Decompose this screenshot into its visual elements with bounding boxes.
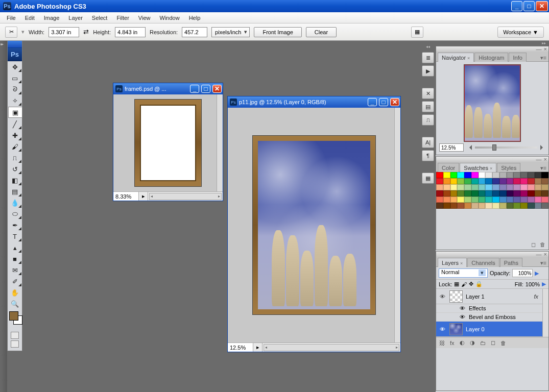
swatch[interactable]	[443, 184, 450, 190]
zoom-in-icon[interactable]	[540, 145, 545, 150]
swatch[interactable]	[535, 184, 542, 190]
delete-swatch-icon[interactable]: 🗑	[540, 241, 545, 248]
swatch[interactable]	[450, 178, 458, 184]
doc2-titlebar[interactable]: Ps p11.jpg @ 12.5% (Layer 0, RGB/8) _ □ …	[228, 96, 400, 108]
swatch[interactable]	[457, 172, 464, 178]
swatch[interactable]	[499, 190, 507, 197]
front-image-button[interactable]: Front Image	[254, 27, 301, 37]
swatch[interactable]	[457, 178, 464, 184]
swatch[interactable]	[535, 203, 542, 209]
swatch[interactable]	[535, 178, 542, 184]
swap-dims-icon[interactable]: ⇄	[83, 28, 89, 36]
swatch[interactable]	[528, 197, 535, 203]
swatch[interactable]	[492, 172, 499, 178]
swatch[interactable]	[485, 203, 492, 209]
doc1-canvas[interactable]	[113, 94, 223, 191]
swatch[interactable]	[479, 197, 486, 203]
tab-layers[interactable]: Layers×	[438, 258, 467, 267]
swatch[interactable]	[541, 184, 548, 190]
swatch[interactable]	[507, 172, 514, 178]
swatch[interactable]	[457, 203, 464, 209]
doc1-info-icon[interactable]: ▸	[139, 192, 148, 201]
swatch[interactable]	[464, 197, 471, 203]
swatch[interactable]	[443, 203, 450, 209]
swatch[interactable]	[513, 178, 520, 184]
swatch[interactable]	[499, 197, 507, 203]
layer-style-icon[interactable]: fx	[450, 340, 455, 346]
doc1-zoom[interactable]: 8.33%	[113, 192, 139, 201]
dock-actions-icon[interactable]: ▶	[422, 65, 434, 77]
swatch[interactable]	[507, 190, 514, 197]
lock-position-icon[interactable]: ✥	[469, 281, 473, 287]
swatch[interactable]	[436, 203, 443, 209]
document-window-p11[interactable]: Ps p11.jpg @ 12.5% (Layer 0, RGB/8) _ □ …	[227, 96, 401, 352]
bevel-emboss-row[interactable]: 👁Bevel and Emboss	[436, 313, 548, 322]
swatch[interactable]	[492, 203, 499, 209]
resolution-unit-select[interactable]: pixels/inch	[211, 27, 250, 37]
doc2-close[interactable]: ✕	[390, 98, 399, 106]
swatch[interactable]	[443, 178, 450, 184]
new-layer-icon[interactable]: ◻	[491, 339, 495, 346]
swatch[interactable]	[436, 178, 443, 184]
swatch[interactable]	[485, 190, 492, 197]
swatch[interactable]	[471, 178, 479, 184]
panel-close-icon[interactable]: ×	[544, 46, 547, 52]
menu-image[interactable]: Image	[39, 13, 64, 22]
visibility-icon[interactable]: 👁	[438, 293, 446, 300]
swatch[interactable]	[528, 184, 535, 190]
swatch[interactable]	[485, 178, 492, 184]
doc2-canvas[interactable]	[228, 108, 400, 342]
layer-thumbnail[interactable]	[449, 323, 463, 335]
doc2-maximize[interactable]: □	[379, 98, 388, 106]
swatch[interactable]	[541, 190, 548, 197]
swatch[interactable]	[520, 178, 528, 184]
swatch[interactable]	[479, 190, 486, 197]
blend-mode-select[interactable]: Normal	[439, 268, 488, 278]
swatch[interactable]	[499, 172, 507, 178]
swatch[interactable]	[499, 184, 507, 190]
dock-paragraph-icon[interactable]: ¶	[422, 150, 434, 161]
swatch[interactable]	[471, 203, 479, 209]
doc2-hscroll[interactable]	[264, 344, 399, 351]
navigator-preview[interactable]	[464, 65, 520, 141]
swatch[interactable]	[479, 184, 486, 190]
tab-swatches[interactable]: Swatches×	[460, 163, 496, 172]
crop-tool-icon[interactable]: ✂	[5, 27, 17, 38]
doc1-minimize[interactable]: _	[190, 85, 199, 93]
swatch[interactable]	[507, 197, 514, 203]
layer-name[interactable]: Layer 0	[466, 326, 485, 332]
swatch[interactable]	[513, 203, 520, 209]
doc1-titlebar[interactable]: Ps frame6.psd @ ... _ □ ✕	[113, 83, 223, 94]
width-input[interactable]: 3.307 in	[49, 27, 79, 37]
swatch[interactable]	[464, 172, 471, 178]
swatch[interactable]	[535, 197, 542, 203]
layer-mask-icon[interactable]: ◐	[460, 339, 465, 346]
swatch[interactable]	[492, 178, 499, 184]
tab-info[interactable]: Info	[509, 53, 526, 62]
swatch[interactable]	[479, 178, 486, 184]
panel-collapse-icon[interactable]: ▸▸	[436, 41, 549, 46]
dock-tool-presets-icon[interactable]: ✕	[422, 88, 434, 99]
swatch[interactable]	[507, 203, 514, 209]
swatch[interactable]	[499, 203, 507, 209]
panel-menu-icon[interactable]: ▾≡	[540, 260, 546, 266]
swatch[interactable]	[450, 190, 458, 197]
clear-button[interactable]: Clear	[306, 27, 337, 37]
new-swatch-icon[interactable]: ◻	[531, 241, 536, 248]
swatch[interactable]	[471, 184, 479, 190]
panel-close-icon[interactable]: ×	[544, 156, 547, 162]
menu-help[interactable]: Help	[184, 13, 205, 22]
minimize-button[interactable]: _	[511, 1, 522, 11]
swatch[interactable]	[471, 190, 479, 197]
swatch[interactable]	[457, 184, 464, 190]
swatch[interactable]	[479, 203, 486, 209]
swatch[interactable]	[471, 197, 479, 203]
swatch[interactable]	[436, 184, 443, 190]
dock-brushes-icon[interactable]: ▤	[422, 101, 434, 112]
dock-character-icon[interactable]: A|	[422, 137, 434, 148]
swatch[interactable]	[535, 172, 542, 178]
swatch[interactable]	[528, 178, 535, 184]
swatch[interactable]	[513, 190, 520, 197]
swatch[interactable]	[528, 203, 535, 209]
opacity-input[interactable]: 100%	[512, 269, 533, 277]
